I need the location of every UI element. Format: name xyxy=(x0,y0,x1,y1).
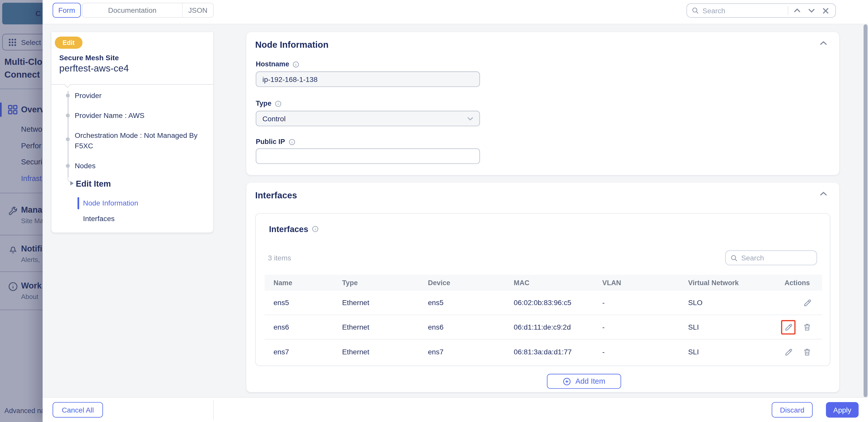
screen: C Select Multi-Clo Connect Overv xyxy=(0,0,868,422)
cell-mac: 06:02:0b:83:96:c5 xyxy=(514,299,602,307)
column-header-device: Device xyxy=(428,279,514,286)
wizard-step-provider[interactable]: Provider xyxy=(75,90,205,101)
page-search-input[interactable] xyxy=(703,6,784,15)
cell-mac: 06:81:3a:da:d1:77 xyxy=(514,347,602,356)
hostname-input[interactable] xyxy=(256,72,480,87)
search-next-button[interactable] xyxy=(806,8,817,13)
object-type-label: Secure Mesh Site xyxy=(59,54,119,62)
cell-name: ens6 xyxy=(265,323,342,331)
pencil-icon xyxy=(783,322,793,332)
info-icon xyxy=(292,61,300,68)
add-item-button[interactable]: Add Item xyxy=(547,374,621,389)
cell-device: ens5 xyxy=(428,299,514,307)
search-icon xyxy=(691,7,699,14)
section-title: Node Information xyxy=(255,40,329,50)
collapse-section-button[interactable] xyxy=(820,192,827,196)
column-header-mac: MAC xyxy=(514,279,602,286)
cancel-all-button[interactable]: Cancel All xyxy=(53,402,103,418)
edit-row-button-highlighted[interactable] xyxy=(781,320,795,334)
type-select-value: Control xyxy=(262,114,286,123)
wizard-substep-interfaces[interactable]: Interfaces xyxy=(83,215,115,223)
tab-documentation[interactable]: Documentation xyxy=(83,3,183,17)
column-header-type: Type xyxy=(342,279,428,286)
node-information-section: Node Information Hostname Type xyxy=(246,32,839,175)
active-substep-indicator xyxy=(78,197,79,209)
divider-notch xyxy=(64,82,71,88)
type-select[interactable]: Control xyxy=(256,111,480,126)
edit-modal: Form Documentation JSON xyxy=(42,0,868,422)
interfaces-list-title: Interfaces xyxy=(269,224,319,234)
column-header-actions: Actions xyxy=(780,279,822,286)
type-label: Type xyxy=(256,100,282,107)
cell-name: ens5 xyxy=(265,299,342,307)
public-ip-input[interactable] xyxy=(256,148,480,164)
pencil-icon xyxy=(783,347,793,357)
cell-mac: 06:d1:11:de:c9:2d xyxy=(514,323,602,331)
interfaces-section: Interfaces Interfaces 3 items xyxy=(246,183,839,392)
tab-json[interactable]: JSON xyxy=(183,3,213,17)
pencil-icon xyxy=(802,298,812,307)
timeline-dot xyxy=(66,94,70,97)
cell-vlan: - xyxy=(602,299,688,307)
table-row: ens6 Ethernet ens6 06:d1:11:de:c9:2d - S… xyxy=(265,315,822,339)
search-prev-button[interactable] xyxy=(792,8,803,13)
page-search xyxy=(686,3,836,18)
items-count: 3 items xyxy=(268,254,291,262)
modal-content: Edit Secure Mesh Site perftest-aws-ce4 P… xyxy=(42,24,868,397)
cell-vlan: - xyxy=(602,323,688,331)
modal-topbar: Form Documentation JSON xyxy=(42,0,868,24)
discard-button[interactable]: Discard xyxy=(772,402,813,418)
delete-row-button[interactable] xyxy=(800,320,814,334)
table-search xyxy=(725,250,817,265)
cell-virtual-network: SLI xyxy=(688,323,780,331)
wizard-step-orchestration-mode[interactable]: Orchestration Mode : Not Managed By F5XC xyxy=(75,130,205,151)
wizard-step-provider-name[interactable]: Provider Name : AWS xyxy=(75,110,205,121)
timeline-dot xyxy=(66,137,70,141)
collapse-section-button[interactable] xyxy=(820,41,827,46)
table-row: ens7 Ethernet ens7 06:81:3a:da:d1:77 - S… xyxy=(265,340,822,364)
wizard-step-edit-item[interactable]: Edit Item xyxy=(76,179,111,189)
wizard-substep-node-information[interactable]: Node Information xyxy=(83,199,138,207)
column-header-virtual-network: Virtual Network xyxy=(688,279,780,286)
column-header-name: Name xyxy=(265,279,342,286)
timeline-dot xyxy=(66,164,70,168)
column-header-vlan: VLAN xyxy=(602,279,688,286)
cell-type: Ethernet xyxy=(342,323,428,331)
delete-row-button[interactable] xyxy=(800,344,814,359)
trash-icon xyxy=(803,322,812,332)
search-close-button[interactable] xyxy=(820,7,831,13)
wizard-panel: Edit Secure Mesh Site perftest-aws-ce4 P… xyxy=(52,32,213,232)
divider xyxy=(213,400,214,420)
info-icon xyxy=(288,138,296,145)
view-tabs: Form Documentation JSON xyxy=(53,3,214,18)
section-title: Interfaces xyxy=(255,191,297,200)
cell-device: ens6 xyxy=(428,323,514,331)
add-item-label: Add Item xyxy=(576,377,605,386)
table-search-input[interactable] xyxy=(741,254,812,262)
divider xyxy=(52,84,213,85)
cell-virtual-network: SLI xyxy=(688,347,780,356)
chevron-down-icon xyxy=(467,117,473,120)
table-header: Name Type Device MAC VLAN Virtual Networ… xyxy=(265,275,822,291)
cell-vlan: - xyxy=(602,347,688,356)
edit-row-button[interactable] xyxy=(800,296,814,310)
cell-name: ens7 xyxy=(265,347,342,356)
search-icon xyxy=(730,254,738,262)
cell-type: Ethernet xyxy=(342,299,428,307)
object-name: perftest-aws-ce4 xyxy=(59,63,129,74)
vertical-scrollbar[interactable] xyxy=(864,24,867,397)
scrollbar-thumb[interactable] xyxy=(864,24,867,397)
wizard-step-nodes[interactable]: Nodes xyxy=(75,161,205,171)
info-icon xyxy=(275,100,282,107)
tab-form[interactable]: Form xyxy=(53,3,81,18)
plus-circle-icon xyxy=(563,377,571,386)
cell-type: Ethernet xyxy=(342,347,428,356)
modal-footer: Cancel All Discard Apply xyxy=(42,397,868,422)
trash-icon xyxy=(803,347,812,357)
edit-row-button[interactable] xyxy=(781,344,795,359)
info-icon xyxy=(312,225,319,232)
apply-button[interactable]: Apply xyxy=(826,402,859,418)
public-ip-label: Public IP xyxy=(256,138,296,145)
cell-virtual-network: SLO xyxy=(688,299,780,307)
timeline-dot xyxy=(66,114,70,117)
